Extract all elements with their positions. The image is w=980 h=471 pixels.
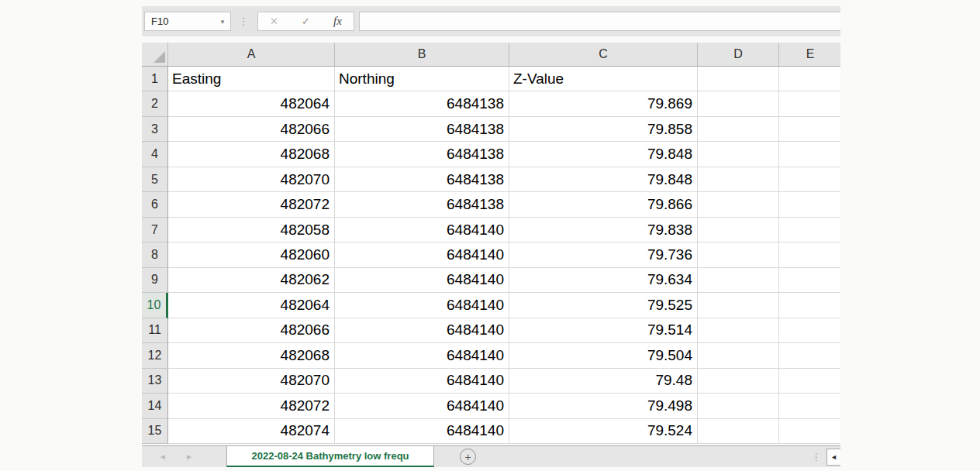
cell-E13[interactable] bbox=[779, 369, 840, 394]
cell-A11[interactable]: 482066 bbox=[168, 318, 335, 343]
column-header-B[interactable]: B bbox=[335, 43, 509, 67]
cell-E3[interactable] bbox=[779, 117, 840, 142]
row-header-10[interactable]: 10 bbox=[142, 293, 168, 318]
cell-E15[interactable] bbox=[779, 419, 840, 444]
cell-E2[interactable] bbox=[779, 91, 840, 116]
cell-C4[interactable]: 79.848 bbox=[509, 142, 698, 167]
cell-C1[interactable]: Z-Value bbox=[509, 67, 698, 91]
insert-function-button[interactable]: fx bbox=[322, 12, 354, 30]
enter-entry-button[interactable]: ✓ bbox=[290, 12, 322, 30]
cell-D13[interactable] bbox=[698, 369, 779, 394]
cell-B4[interactable]: 6484138 bbox=[335, 142, 509, 167]
row-header-5[interactable]: 5 bbox=[142, 167, 168, 192]
cell-A14[interactable]: 482072 bbox=[168, 394, 335, 418]
cell-B12[interactable]: 6484140 bbox=[335, 343, 509, 368]
row-header-12[interactable]: 12 bbox=[142, 343, 168, 368]
cell-E5[interactable] bbox=[779, 167, 840, 192]
cell-A4[interactable]: 482068 bbox=[168, 142, 335, 167]
row-header-3[interactable]: 3 bbox=[142, 117, 168, 142]
sheet-tab-active[interactable]: 2022-08-24 Bathymetry low frequ bbox=[226, 446, 434, 467]
cell-B1[interactable]: Northing bbox=[335, 67, 509, 91]
cell-C7[interactable]: 79.838 bbox=[509, 218, 698, 242]
cell-E4[interactable] bbox=[779, 142, 840, 167]
row-header-9[interactable]: 9 bbox=[142, 268, 168, 293]
cell-E8[interactable] bbox=[779, 242, 840, 267]
column-header-D[interactable]: D bbox=[698, 43, 779, 67]
row-header-4[interactable]: 4 bbox=[142, 142, 168, 167]
cell-B7[interactable]: 6484140 bbox=[335, 218, 509, 242]
cell-C2[interactable]: 79.869 bbox=[509, 91, 698, 116]
cell-D9[interactable] bbox=[698, 268, 779, 293]
cell-E6[interactable] bbox=[779, 192, 840, 217]
row-header-7[interactable]: 7 bbox=[142, 218, 168, 242]
sheet-nav-left-icon[interactable]: ◄ bbox=[159, 452, 167, 461]
cell-D15[interactable] bbox=[698, 419, 779, 444]
cell-A2[interactable]: 482064 bbox=[168, 91, 335, 116]
cell-A8[interactable]: 482060 bbox=[168, 242, 335, 267]
name-box-dropdown-icon[interactable]: ▾ bbox=[215, 18, 230, 26]
cell-D4[interactable] bbox=[698, 142, 779, 167]
row-header-13[interactable]: 13 bbox=[142, 369, 168, 394]
cell-E14[interactable] bbox=[779, 394, 840, 418]
cell-A6[interactable]: 482072 bbox=[168, 192, 335, 217]
cell-A13[interactable]: 482070 bbox=[168, 369, 335, 394]
cell-C10[interactable]: 79.525 bbox=[509, 293, 698, 318]
cell-C3[interactable]: 79.858 bbox=[509, 117, 698, 142]
cell-C8[interactable]: 79.736 bbox=[509, 242, 698, 267]
cell-C14[interactable]: 79.498 bbox=[509, 394, 698, 418]
cell-D11[interactable] bbox=[698, 318, 779, 343]
cell-C15[interactable]: 79.524 bbox=[509, 419, 698, 444]
tabbar-dots-icon[interactable]: ⋮ bbox=[812, 446, 821, 467]
cell-D10[interactable] bbox=[698, 293, 779, 318]
row-header-2[interactable]: 2 bbox=[142, 91, 168, 116]
cell-A3[interactable]: 482066 bbox=[168, 117, 335, 142]
cell-D12[interactable] bbox=[698, 343, 779, 368]
row-header-11[interactable]: 11 bbox=[142, 318, 168, 343]
cell-E10[interactable] bbox=[779, 293, 840, 318]
cell-A10[interactable]: 482064 bbox=[168, 293, 335, 318]
cell-E12[interactable] bbox=[779, 343, 840, 368]
scroll-sheet-left-button[interactable]: ◄ bbox=[826, 449, 840, 466]
cell-D14[interactable] bbox=[698, 394, 779, 418]
row-header-14[interactable]: 14 bbox=[142, 394, 168, 418]
cell-E11[interactable] bbox=[779, 318, 840, 343]
cell-B8[interactable]: 6484140 bbox=[335, 242, 509, 267]
cell-C12[interactable]: 79.504 bbox=[509, 343, 698, 368]
formula-bar-input[interactable] bbox=[359, 12, 840, 31]
cell-A12[interactable]: 482068 bbox=[168, 343, 335, 368]
cell-D1[interactable] bbox=[698, 67, 779, 91]
cell-A1[interactable]: Easting bbox=[168, 67, 335, 91]
cell-D6[interactable] bbox=[698, 192, 779, 217]
drag-handle-dots-icon[interactable]: ⋮ bbox=[237, 6, 250, 36]
select-all-button[interactable] bbox=[142, 43, 168, 67]
column-header-E[interactable]: E bbox=[779, 43, 840, 67]
column-header-C[interactable]: C bbox=[509, 43, 698, 67]
cell-E1[interactable] bbox=[779, 67, 840, 91]
cell-B9[interactable]: 6484140 bbox=[335, 268, 509, 293]
cell-B15[interactable]: 6484140 bbox=[335, 419, 509, 444]
row-header-1[interactable]: 1 bbox=[142, 67, 168, 91]
cell-A7[interactable]: 482058 bbox=[168, 218, 335, 242]
cell-A5[interactable]: 482070 bbox=[168, 167, 335, 192]
cell-D8[interactable] bbox=[698, 242, 779, 267]
row-header-8[interactable]: 8 bbox=[142, 242, 168, 267]
cell-D2[interactable] bbox=[698, 91, 779, 116]
cell-C11[interactable]: 79.514 bbox=[509, 318, 698, 343]
cell-B10[interactable]: 6484140 bbox=[335, 293, 509, 318]
cell-B3[interactable]: 6484138 bbox=[335, 117, 509, 142]
cell-B2[interactable]: 6484138 bbox=[335, 91, 509, 116]
cell-A15[interactable]: 482074 bbox=[168, 419, 335, 444]
cancel-entry-button[interactable]: ✕ bbox=[258, 12, 290, 30]
add-sheet-button[interactable]: + bbox=[460, 449, 476, 465]
cell-A9[interactable]: 482062 bbox=[168, 268, 335, 293]
name-box[interactable]: F10 ▾ bbox=[144, 12, 231, 31]
column-header-A[interactable]: A bbox=[168, 43, 335, 67]
cell-B13[interactable]: 6484140 bbox=[335, 369, 509, 394]
cell-E7[interactable] bbox=[779, 218, 840, 242]
cell-B5[interactable]: 6484138 bbox=[335, 167, 509, 192]
cell-C13[interactable]: 79.48 bbox=[509, 369, 698, 394]
cell-D5[interactable] bbox=[698, 167, 779, 192]
cell-C5[interactable]: 79.848 bbox=[509, 167, 698, 192]
cell-B6[interactable]: 6484138 bbox=[335, 192, 509, 217]
cell-B11[interactable]: 6484140 bbox=[335, 318, 509, 343]
